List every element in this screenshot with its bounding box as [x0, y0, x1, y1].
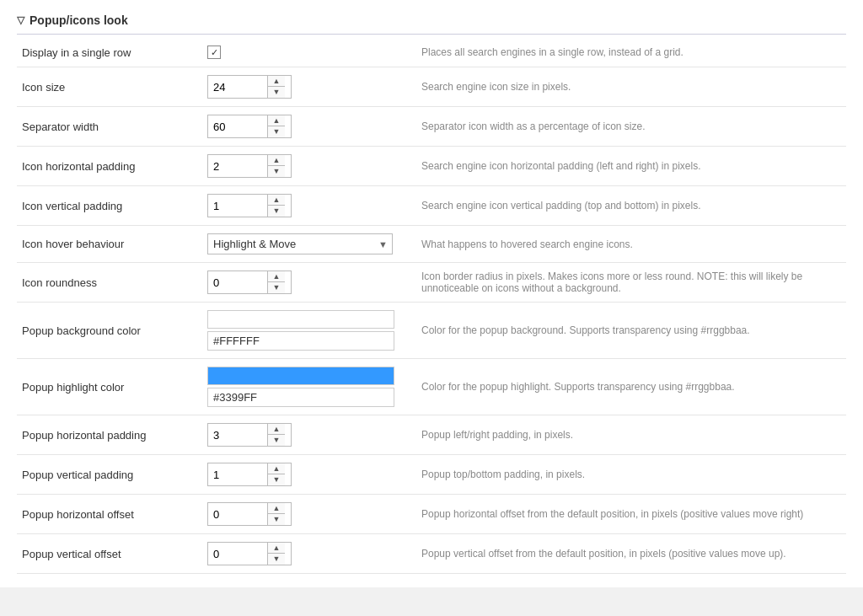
checkbox-display-single-row[interactable]: ✓	[207, 46, 399, 59]
input-cell-popup-background-color	[202, 303, 405, 359]
input-cell-popup-highlight-color	[202, 359, 405, 415]
table-row: Display in a single row✓Places all searc…	[17, 38, 846, 67]
color-swatch-popup-highlight-color[interactable]	[207, 367, 394, 385]
table-row: Popup vertical offset▲▼Popup vertical of…	[17, 534, 846, 574]
spinner-down-popup-horizontal-offset[interactable]: ▼	[268, 514, 285, 525]
spinner-down-icon-roundness[interactable]: ▼	[268, 282, 285, 293]
desc-popup-vertical-padding: Popup top/bottom padding, in pixels.	[405, 455, 846, 495]
spinner-input-icon-size[interactable]	[208, 78, 267, 96]
spinner-icon-size: ▲▼	[207, 75, 292, 99]
label-icon-horizontal-padding: Icon horizontal padding	[17, 147, 202, 186]
select-wrapper-icon-hover-behaviour: Highlight & MoveHighlightMoveNone▼	[207, 233, 393, 254]
color-text-popup-highlight-color[interactable]	[207, 388, 394, 407]
desc-display-single-row: Places all search engines in a single ro…	[405, 38, 846, 67]
label-separator-width: Separator width	[17, 107, 202, 147]
input-cell-popup-vertical-padding: ▲▼	[202, 455, 405, 495]
spinner-down-popup-vertical-offset[interactable]: ▼	[268, 554, 285, 565]
input-cell-icon-vertical-padding: ▲▼	[202, 186, 405, 226]
spinner-popup-horizontal-padding: ▲▼	[207, 423, 292, 447]
spinner-buttons-icon-horizontal-padding: ▲▼	[267, 155, 285, 177]
spinner-up-icon-vertical-padding[interactable]: ▲	[268, 195, 285, 206]
table-row: Icon roundness▲▼Icon border radius in pi…	[17, 263, 846, 303]
input-cell-icon-horizontal-padding: ▲▼	[202, 147, 405, 186]
spinner-buttons-popup-horizontal-padding: ▲▼	[267, 424, 285, 446]
color-swatch-popup-background-color[interactable]	[207, 310, 394, 329]
spinner-up-icon-horizontal-padding[interactable]: ▲	[268, 155, 285, 166]
section-title-text: Popup/icons look	[29, 13, 128, 27]
spinner-up-icon-roundness[interactable]: ▲	[268, 271, 285, 282]
spinner-buttons-icon-vertical-padding: ▲▼	[267, 195, 285, 217]
label-popup-highlight-color: Popup highlight color	[17, 359, 202, 415]
section-header: ▽ Popup/icons look	[17, 13, 846, 35]
input-cell-display-single-row: ✓	[202, 38, 405, 67]
desc-popup-horizontal-padding: Popup left/right padding, in pixels.	[405, 415, 846, 455]
spinner-up-icon-size[interactable]: ▲	[268, 76, 285, 87]
spinner-buttons-icon-size: ▲▼	[267, 76, 285, 98]
section-triangle-icon: ▽	[17, 14, 24, 26]
select-icon-hover-behaviour[interactable]: Highlight & MoveHighlightMoveNone	[207, 233, 393, 254]
color-field-popup-highlight-color	[207, 367, 399, 407]
spinner-separator-width: ▲▼	[207, 115, 292, 138]
input-cell-separator-width: ▲▼	[202, 107, 405, 147]
spinner-down-icon-vertical-padding[interactable]: ▼	[268, 206, 285, 217]
label-popup-vertical-padding: Popup vertical padding	[17, 455, 202, 495]
input-cell-popup-vertical-offset: ▲▼	[202, 534, 405, 574]
table-row: Icon size▲▼Search engine icon size in pi…	[17, 67, 846, 107]
spinner-down-popup-vertical-padding[interactable]: ▼	[268, 474, 285, 485]
settings-container: ▽ Popup/icons look Display in a single r…	[0, 0, 863, 587]
spinner-buttons-icon-roundness: ▲▼	[267, 271, 285, 293]
table-row: Icon horizontal padding▲▼Search engine i…	[17, 147, 846, 186]
spinner-popup-vertical-offset: ▲▼	[207, 542, 292, 565]
spinner-down-icon-size[interactable]: ▼	[268, 87, 285, 98]
spinner-down-popup-horizontal-padding[interactable]: ▼	[268, 435, 285, 446]
desc-icon-hover-behaviour: What happens to hovered search engine ic…	[405, 226, 846, 263]
spinner-input-icon-vertical-padding[interactable]	[208, 197, 267, 215]
spinner-icon-horizontal-padding: ▲▼	[207, 154, 292, 178]
label-popup-vertical-offset: Popup vertical offset	[17, 534, 202, 574]
spinner-up-popup-horizontal-padding[interactable]: ▲	[268, 424, 285, 435]
spinner-down-icon-horizontal-padding[interactable]: ▼	[268, 166, 285, 177]
table-row: Popup highlight colorColor for the popup…	[17, 359, 846, 415]
spinner-up-popup-horizontal-offset[interactable]: ▲	[268, 503, 285, 514]
table-row: Popup background colorColor for the popu…	[17, 303, 846, 359]
desc-icon-vertical-padding: Search engine icon vertical padding (top…	[405, 186, 846, 226]
spinner-up-popup-vertical-padding[interactable]: ▲	[268, 463, 285, 474]
desc-popup-horizontal-offset: Popup horizontal offset from the default…	[405, 495, 846, 534]
spinner-popup-vertical-padding: ▲▼	[207, 463, 292, 486]
spinner-input-icon-horizontal-padding[interactable]	[208, 158, 267, 175]
spinner-icon-vertical-padding: ▲▼	[207, 194, 292, 217]
input-cell-icon-size: ▲▼	[202, 67, 405, 107]
label-icon-size: Icon size	[17, 67, 202, 107]
spinner-up-separator-width[interactable]: ▲	[268, 115, 285, 126]
label-icon-hover-behaviour: Icon hover behaviour	[17, 226, 202, 263]
spinner-icon-roundness: ▲▼	[207, 271, 292, 294]
label-popup-background-color: Popup background color	[17, 303, 202, 359]
spinner-input-popup-vertical-padding[interactable]	[208, 466, 267, 484]
desc-popup-vertical-offset: Popup vertical offset from the default p…	[405, 534, 846, 574]
spinner-input-popup-vertical-offset[interactable]	[208, 545, 267, 563]
color-field-popup-background-color	[207, 310, 399, 351]
label-popup-horizontal-padding: Popup horizontal padding	[17, 415, 202, 455]
label-icon-roundness: Icon roundness	[17, 263, 202, 303]
spinner-up-popup-vertical-offset[interactable]: ▲	[268, 543, 285, 554]
desc-popup-background-color: Color for the popup background. Supports…	[405, 303, 846, 359]
spinner-input-separator-width[interactable]	[208, 118, 267, 136]
table-row: Popup horizontal padding▲▼Popup left/rig…	[17, 415, 846, 455]
desc-icon-roundness: Icon border radius in pixels. Makes icon…	[405, 263, 846, 303]
table-row: Popup vertical padding▲▼Popup top/bottom…	[17, 455, 846, 495]
label-icon-vertical-padding: Icon vertical padding	[17, 186, 202, 226]
color-text-popup-background-color[interactable]	[207, 331, 394, 351]
spinner-input-popup-horizontal-padding[interactable]	[208, 426, 267, 444]
spinner-buttons-separator-width: ▲▼	[267, 115, 285, 137]
desc-popup-highlight-color: Color for the popup highlight. Supports …	[405, 359, 846, 415]
input-cell-icon-hover-behaviour: Highlight & MoveHighlightMoveNone▼	[202, 226, 405, 263]
label-display-single-row: Display in a single row	[17, 38, 202, 67]
input-cell-popup-horizontal-padding: ▲▼	[202, 415, 405, 455]
desc-icon-horizontal-padding: Search engine icon horizontal padding (l…	[405, 147, 846, 186]
desc-separator-width: Separator icon width as a percentage of …	[405, 107, 846, 147]
spinner-input-popup-horizontal-offset[interactable]	[208, 506, 267, 523]
spinner-input-icon-roundness[interactable]	[208, 274, 267, 292]
table-row: Popup horizontal offset▲▼Popup horizonta…	[17, 495, 846, 534]
checkbox-icon[interactable]: ✓	[207, 46, 221, 59]
spinner-down-separator-width[interactable]: ▼	[268, 126, 285, 137]
